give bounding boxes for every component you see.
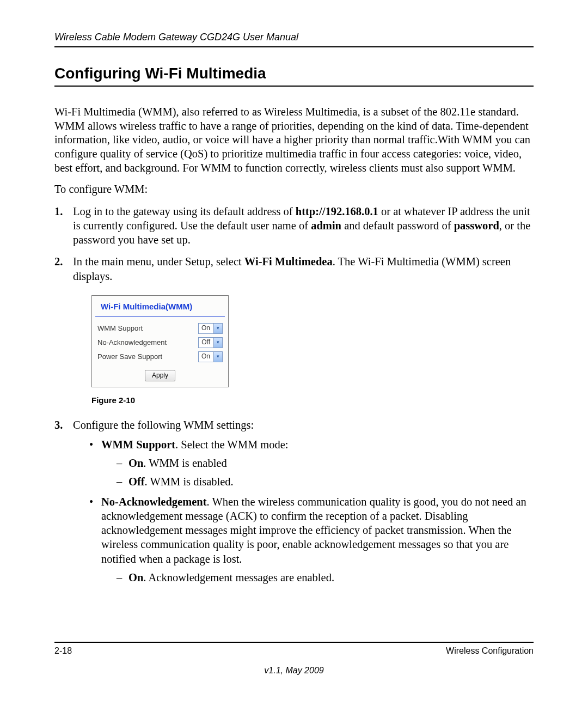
setting-no-ack: No-Acknowledgement. When the wireless co… (89, 495, 534, 585)
step-1: 1. Log in to the gateway using its defau… (54, 204, 534, 247)
wmm-support-label: WMM Support (97, 324, 143, 333)
wmm-panel: Wi-Fi Multimedia(WMM) WMM Support On ▾ N… (91, 295, 229, 388)
chevron-down-icon: ▾ (213, 324, 222, 333)
menu-name: Wi-Fi Multimedea (244, 255, 333, 267)
step-text: and default password of (341, 220, 454, 232)
settings-list: WMM Support. Select the WMM mode: On. WM… (73, 437, 534, 585)
title-rule (54, 86, 534, 87)
intro-paragraph: Wi-Fi Multimedia (WMM), also referred to… (54, 105, 534, 175)
select-value: On (199, 352, 213, 361)
panel-title: Wi-Fi Multimedia(WMM) (95, 296, 225, 317)
no-ack-row: No-Acknowledgement Off ▾ (97, 337, 223, 348)
noack-options: On. Acknowledgement messages are enabled… (101, 570, 534, 585)
page-footer: 2-18 Wireless Configuration v1.1, May 20… (54, 642, 534, 675)
step-number: 1. (54, 204, 63, 218)
apply-row: Apply (97, 367, 223, 381)
step-3: 3. Configure the following WMM settings:… (54, 418, 534, 585)
url-text: http://192.168.0.1 (296, 205, 378, 217)
no-ack-label: No-Acknowledgement (97, 338, 167, 348)
admin-text: admin (311, 220, 341, 232)
option-text: . Acknowledgement messages are enabled. (143, 571, 334, 583)
running-header: Wireless Cable Modem Gateway CGD24G User… (54, 32, 534, 43)
panel-body: WMM Support On ▾ No-Acknowledgement Off … (92, 317, 228, 387)
setting-label: No-Acknowledgement (101, 496, 207, 508)
no-ack-select[interactable]: Off ▾ (198, 337, 223, 348)
step-text: In the main menu, under Setup, select (73, 255, 244, 267)
noack-on-option: On. Acknowledgement messages are enabled… (117, 570, 534, 585)
wmm-options: On. WMM is enabled Off. WMM is disabled. (101, 456, 534, 489)
power-save-select[interactable]: On ▾ (198, 351, 223, 362)
chevron-down-icon: ▾ (213, 352, 222, 362)
chevron-down-icon: ▾ (213, 338, 222, 348)
option-label: On (128, 571, 143, 583)
step-text: Configure the following WMM settings: (73, 419, 254, 431)
wmm-support-select[interactable]: On ▾ (198, 323, 223, 334)
apply-button[interactable]: Apply (145, 370, 175, 381)
power-save-row: Power Save Support On ▾ (97, 351, 223, 362)
version-text: v1.1, May 2009 (54, 666, 534, 675)
figure-caption: Figure 2-10 (91, 395, 534, 405)
page-number: 2-18 (54, 646, 72, 656)
password-text: password (454, 220, 499, 232)
step-text: Log in to the gateway using its default … (73, 205, 296, 217)
step-number: 3. (54, 418, 63, 432)
header-rule (54, 46, 534, 47)
step-number: 2. (54, 254, 63, 269)
section-title: Configuring Wi-Fi Multimedia (54, 65, 534, 82)
setting-text: . Select the WMM mode: (175, 439, 288, 451)
power-save-label: Power Save Support (97, 352, 162, 362)
wmm-on-option: On. WMM is enabled (117, 456, 534, 470)
option-text: . WMM is enabled (143, 457, 226, 469)
select-value: Off (199, 338, 213, 346)
option-label: Off (128, 476, 145, 488)
section-name: Wireless Configuration (446, 646, 534, 656)
wmm-off-option: Off. WMM is disabled. (117, 474, 534, 489)
option-text: . WMM is disabled. (145, 476, 234, 488)
setting-label: WMM Support (101, 439, 175, 451)
option-label: On (128, 457, 143, 469)
step-2: 2. In the main menu, under Setup, select… (54, 254, 534, 405)
lead-text: To configure WMM: (54, 182, 534, 197)
steps-list: 1. Log in to the gateway using its defau… (54, 204, 534, 585)
select-value: On (199, 324, 213, 332)
wmm-support-row: WMM Support On ▾ (97, 323, 223, 334)
setting-wmm-support: WMM Support. Select the WMM mode: On. WM… (89, 437, 534, 489)
footer-rule (54, 642, 534, 643)
